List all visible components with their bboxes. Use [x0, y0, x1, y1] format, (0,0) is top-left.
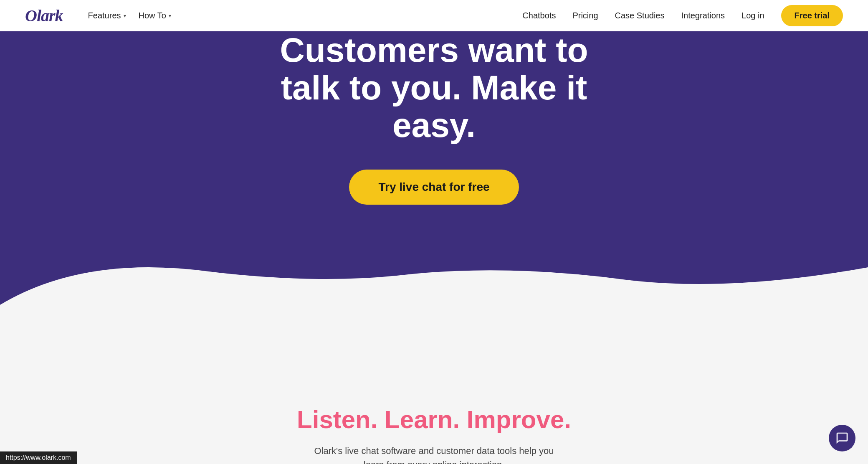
hero-background: Customers want to talk to you. Make it e…: [0, 31, 868, 372]
nav-howto[interactable]: How To ▾: [139, 11, 171, 20]
hero-title: Customers want to talk to you. Make it e…: [246, 31, 622, 145]
nav-login[interactable]: Log in: [741, 11, 764, 20]
logo[interactable]: Olark: [25, 6, 63, 25]
hero-bubble-shape: [0, 255, 868, 372]
lli-subtext: Olark's live chat software and customer …: [309, 444, 559, 464]
lli-heading: Listen. Learn. Improve.: [17, 405, 851, 434]
chevron-down-icon: ▾: [169, 13, 171, 19]
nav-features[interactable]: Features ▾: [88, 11, 126, 20]
nav-case-studies[interactable]: Case Studies: [615, 11, 665, 20]
nav-left: Features ▾ How To ▾: [88, 11, 171, 20]
hero-section: Customers want to talk to you. Make it e…: [0, 31, 868, 372]
chat-widget-button[interactable]: [829, 425, 855, 451]
chevron-down-icon: ▾: [124, 13, 126, 19]
chat-bubble-icon: [835, 431, 849, 445]
nav-chatbots[interactable]: Chatbots: [522, 11, 556, 20]
nav-right: Chatbots Pricing Case Studies Integratio…: [522, 5, 843, 26]
hero-content: Customers want to talk to you. Make it e…: [0, 31, 868, 230]
navbar: Olark Features ▾ How To ▾ Chatbots Prici…: [0, 0, 868, 31]
hero-cta-button[interactable]: Try live chat for free: [349, 170, 519, 205]
status-bar: https://www.olark.com: [0, 451, 77, 464]
nav-integrations[interactable]: Integrations: [681, 11, 725, 20]
free-trial-button[interactable]: Free trial: [781, 5, 843, 26]
nav-pricing[interactable]: Pricing: [572, 11, 598, 20]
lli-section: Listen. Learn. Improve. Olark's live cha…: [0, 372, 868, 464]
